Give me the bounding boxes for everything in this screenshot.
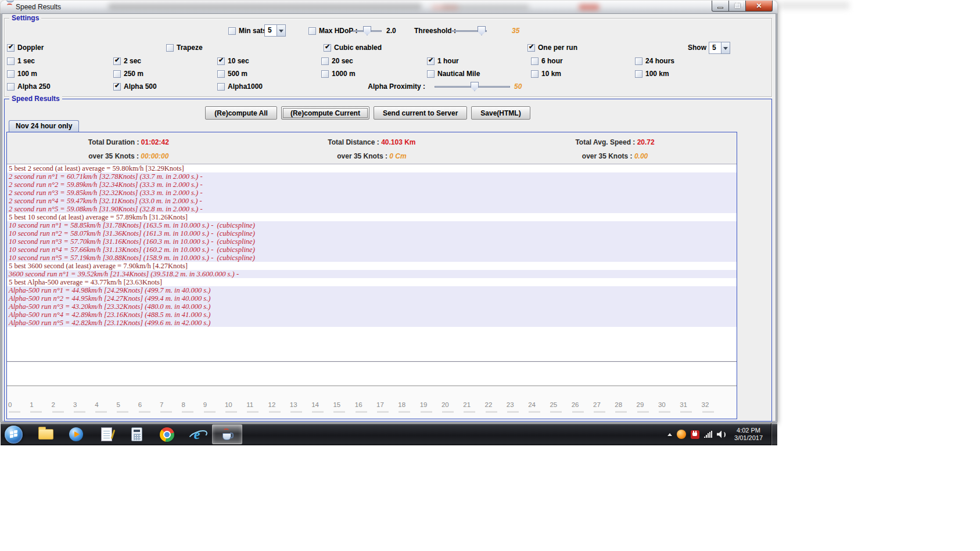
taskbar-app-chrome[interactable] <box>152 424 182 444</box>
minimize-button[interactable] <box>712 1 729 12</box>
result-line[interactable]: 5 best Alpha-500 average = 43.77km/h [23… <box>7 278 737 286</box>
checkbox[interactable] <box>321 57 329 65</box>
result-line[interactable]: 10 second run n°3 = 57.70km/h [31.16Knot… <box>7 237 737 246</box>
max-hdop-slider[interactable] <box>353 26 382 36</box>
time-checkbox-item[interactable]: 20 sec <box>321 56 427 66</box>
antivirus-tray-icon[interactable] <box>677 430 686 439</box>
clock-date: 3/01/2017 <box>734 434 763 442</box>
maximize-restore-button[interactable] <box>729 1 746 12</box>
time-checkbox-item[interactable]: 2 sec <box>113 56 217 66</box>
result-line[interactable]: 10 second run n°2 = 58.07km/h [31.36Knot… <box>7 229 737 237</box>
slider-thumb[interactable] <box>363 26 371 35</box>
ruler-tick: 30 <box>658 401 680 408</box>
distance-checkbox-item[interactable]: 100 km <box>635 69 771 79</box>
result-line[interactable]: 10 second run n°1 = 58.85km/h [31.78Knot… <box>7 221 737 229</box>
result-line[interactable]: 2 second run n°4 = 59.47km/h [32.11Knots… <box>7 197 737 205</box>
taskbar-app-java-speed-app[interactable] <box>212 424 242 444</box>
min-sats-dropdown[interactable]: 5 <box>264 24 286 37</box>
checkbox[interactable] <box>427 57 435 65</box>
network-signal-icon[interactable] <box>704 431 712 438</box>
taskbar-app-file-explorer[interactable] <box>31 424 61 444</box>
result-line[interactable]: 2 second run n°5 = 59.08km/h [31.90Knots… <box>7 205 737 213</box>
distance-checkbox-item[interactable]: 250 m <box>113 69 217 79</box>
action-button[interactable]: Send current to Server <box>374 106 467 120</box>
checkbox[interactable] <box>427 70 435 78</box>
distance-checkbox-item[interactable]: 100 m <box>7 69 113 79</box>
result-line[interactable]: 10 second run n°5 = 57.19km/h [30.88Knot… <box>7 254 737 262</box>
taskbar-app-journal[interactable] <box>91 424 121 444</box>
action-button[interactable]: Save(HTML) <box>471 106 530 120</box>
flag-checkbox-item[interactable]: Trapeze <box>166 42 203 53</box>
checkbox[interactable] <box>113 57 121 65</box>
show-dropdown[interactable]: 5 <box>709 42 730 54</box>
result-line[interactable]: 10 second run n°4 = 57.66km/h [31.13Knot… <box>7 246 737 254</box>
time-checkbox-item[interactable]: 10 sec <box>217 56 321 66</box>
checkbox[interactable] <box>7 57 15 65</box>
slider-thumb[interactable] <box>478 26 486 35</box>
alpha-proximity-slider[interactable] <box>435 81 510 92</box>
result-line[interactable]: Alpha-500 run n°4 = 42.89km/h [23.16Knot… <box>7 311 737 319</box>
action-button[interactable]: (Re)compute All <box>205 106 277 120</box>
checkbox[interactable] <box>166 44 174 52</box>
titlebar[interactable]: Speed Results ✕ <box>1 1 777 13</box>
max-hdop-checkbox-item[interactable]: Max HDoP : <box>308 26 357 36</box>
threshold-slider[interactable] <box>451 26 487 36</box>
speed-results-group: Speed Results (Re)compute All (Re)comput… <box>4 99 772 422</box>
close-button[interactable]: ✕ <box>746 1 773 12</box>
result-line[interactable]: Alpha-500 run n°5 = 42.82km/h [23.12Knot… <box>7 319 737 327</box>
checkbox[interactable] <box>531 57 539 65</box>
distance-checkbox-item[interactable]: 1000 m <box>321 69 427 79</box>
result-line[interactable]: 5 best 2 second (at least) average = 59.… <box>7 164 737 172</box>
flag-checkbox-item[interactable]: Doppler <box>7 42 44 53</box>
results-list[interactable]: 5 best 2 second (at least) average = 59.… <box>7 164 737 362</box>
time-checkbox-item[interactable]: 6 hour <box>531 56 635 66</box>
distance-checkbox-item[interactable]: 500 m <box>217 69 321 79</box>
power-plug-tray-icon[interactable] <box>691 430 699 439</box>
taskbar-clock[interactable]: 4:02 PM 3/01/2017 <box>731 427 766 442</box>
result-line[interactable]: Alpha-500 run n°3 = 43.20km/h [23.32Knot… <box>7 302 737 311</box>
checkbox[interactable] <box>7 70 15 78</box>
ruler-tick: 9 <box>203 401 225 408</box>
ruler-tick: 12 <box>268 401 290 408</box>
result-line[interactable]: 5 best 3600 second (at least) average = … <box>7 262 737 270</box>
taskbar-app-internet-explorer[interactable]: e <box>182 424 212 444</box>
checkbox[interactable] <box>531 70 539 78</box>
time-checkbox-item[interactable]: 24 hours <box>635 56 771 66</box>
checkbox[interactable] <box>635 70 642 78</box>
checkbox[interactable] <box>217 57 225 65</box>
result-line[interactable]: 2 second run n°2 = 59.89km/h [32.34Knots… <box>7 181 737 189</box>
chevron-down-icon[interactable] <box>721 42 730 53</box>
flag-checkbox-item[interactable]: Cubic enabled <box>324 42 382 53</box>
start-button[interactable] <box>5 426 23 444</box>
checkbox[interactable] <box>527 44 535 52</box>
result-line[interactable]: 3600 second run n°1 = 39.52km/h [21.34Kn… <box>7 270 737 278</box>
action-button[interactable]: (Re)compute Current <box>281 106 369 120</box>
taskbar-app-media-player[interactable] <box>61 424 91 444</box>
result-line[interactable]: 5 best 10 second (at least) average = 57… <box>7 213 737 221</box>
checkbox[interactable] <box>324 44 331 52</box>
distance-checkbox-item[interactable]: 10 km <box>531 69 635 79</box>
distance-checkbox-item[interactable]: Nautical Mile <box>427 69 531 79</box>
result-line[interactable]: 2 second run n°1 = 60.71km/h [32.78Knots… <box>7 172 737 181</box>
chevron-down-icon[interactable] <box>277 25 285 36</box>
result-line[interactable]: Alpha-500 run n°1 = 44.98km/h [24.29Knot… <box>7 286 737 294</box>
min-sats-checkbox[interactable] <box>228 27 236 35</box>
checkbox-label: 500 m <box>228 70 247 78</box>
hidden-icons-chevron-icon[interactable] <box>667 433 672 436</box>
checkbox[interactable] <box>217 70 225 78</box>
taskbar-app-calculator[interactable] <box>121 424 152 444</box>
time-checkbox-item[interactable]: 1 hour <box>427 56 531 66</box>
result-line[interactable]: 2 second run n°3 = 59.85km/h [32.32Knots… <box>7 189 737 197</box>
tab-nov-24-hour-only[interactable]: Nov 24 hour only <box>9 120 79 132</box>
checkbox[interactable] <box>7 44 15 52</box>
slider-thumb[interactable] <box>471 82 479 91</box>
show-desktop-button[interactable] <box>771 423 777 445</box>
checkbox[interactable] <box>635 57 642 65</box>
volume-speaker-icon[interactable] <box>717 431 726 438</box>
flag-checkbox-item[interactable]: One per run <box>527 42 577 53</box>
time-checkbox-item[interactable]: 1 sec <box>7 56 113 66</box>
checkbox[interactable] <box>113 70 121 78</box>
max-hdop-checkbox[interactable] <box>308 27 316 35</box>
checkbox[interactable] <box>321 70 329 78</box>
result-line[interactable]: Alpha-500 run n°2 = 44.95km/h [24.27Knot… <box>7 294 737 302</box>
